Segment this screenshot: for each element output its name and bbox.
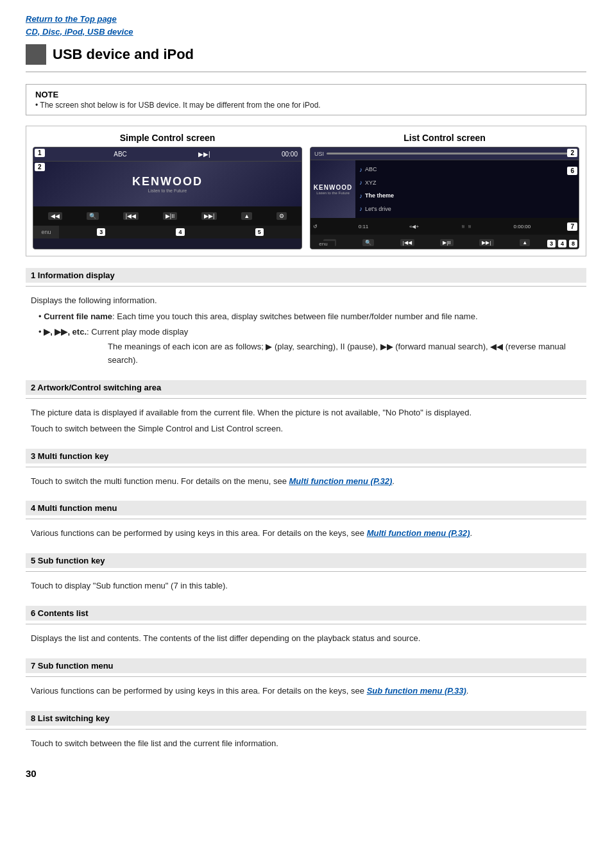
section-link[interactable]: Sub function menu (P.33) [367,686,466,696]
music-icon-3: ♪ [359,192,362,199]
section-num-5: 5 [31,556,35,565]
badge-8-list: 8 [569,240,577,247]
lcs-source: USI [314,151,324,157]
section-header-1: 1 Information display [26,268,586,283]
ctrl-eject[interactable]: ▲ [241,212,252,220]
section-link[interactable]: Multi function menu (P.32) [289,476,393,486]
brand-tagline: Listen to the Future [132,188,203,193]
lcs-brand: KENWOOD [314,184,352,191]
lcs-sub-controls: ↺ 0:11 «◀+ ◾◾ 0:00:00 ✕ [310,218,579,235]
section-text-link: Various functions can be performed by us… [31,685,581,698]
lcs-list-area: ♪ ABC ♪ XYZ ♪ The theme ♪ Let's drive [355,160,579,218]
scs-bottom-nums: 3 4 5 [59,226,302,238]
badge-3-list: 3 [547,240,556,247]
list-item-text-abc: ABC [365,166,377,172]
section-num-1: 1 [31,271,35,280]
list-item-drive: ♪ Let's drive [359,204,575,213]
lcs-content: KENWOOD Listen to the Future ♪ ABC ♪ XYZ… [310,160,579,218]
breadcrumb: Return to the Top page CD, Disc, iPod, U… [26,13,586,38]
badge-3: 3 [97,228,105,236]
section-sub: The meanings of each icon are as follows… [108,340,581,367]
list-screen-image: 2 6 USI KENWOOD Listen to the Future ♪ A… [310,147,579,249]
note-title: NOTE [35,90,577,99]
section-1: 1 Information displayDisplays the follow… [26,268,586,372]
list-item-xyz: ♪ XYZ [359,178,575,187]
simple-screen-image: 1 ▶ ABC ▶▶| 00:00 2 KENWOOD Listen to th… [33,147,302,249]
music-icon-4: ♪ [359,205,362,212]
bullet-bold: Current file name [44,312,112,321]
list-screen-label: List Control screen [310,133,579,143]
section-5: 5 Sub function keyTouch to display "Sub … [26,553,586,598]
section-text-link: Touch to switch the multi function menu.… [31,475,581,488]
scs-controls-bar: ◀◀ 🔍 |◀◀ ▶|II ▶▶| ▲ ⚙ [33,206,302,226]
note-text: • The screen shot below is for USB devic… [35,101,577,110]
scs-artwork: KENWOOD Listen to the Future [33,162,302,206]
lcs-track-dots: ◾◾ [460,224,473,230]
ctrl-search[interactable]: 🔍 [87,212,99,220]
section-num-3: 3 [31,451,35,461]
section-3: 3 Multi function keyTouch to switch the … [26,449,586,494]
lcs-progress-bar [327,153,572,154]
lcs-menu-left: enu [312,241,335,247]
section-text: Touch to switch between the file list an… [31,737,581,751]
section-body-6: Displays the list and contents. The cont… [26,630,586,651]
ctrl-settings[interactable]: ⚙ [276,212,287,220]
section-body-1: Displays the following information.• Cur… [26,292,586,372]
return-top-link[interactable]: Return to the Top page [26,13,586,26]
scs-menu-label: enu [33,226,59,238]
section-num-2: 2 [31,383,35,392]
section-num-8: 8 [31,714,35,723]
title-icon [26,44,46,65]
lcs-bottom-badges: enu 3 4 8 [312,240,577,247]
section-2: 2 Artwork/Control switching areaThe pict… [26,380,586,441]
section-text: The picture data is displayed if availab… [31,406,581,420]
section-body-4: Various functions can be performed by us… [26,524,586,546]
list-badge-6: 6 [567,167,577,175]
brand-name: KENWOOD [132,175,203,188]
badge-4: 4 [176,228,184,236]
badge-5: 5 [255,228,264,236]
section-text: Touch to display "Sub function menu" (7 … [31,580,581,593]
scs-top-bar: ▶ ABC ▶▶| 00:00 [33,147,302,162]
section-num-4: 4 [31,503,35,513]
section-body-8: Touch to switch between the file list an… [26,735,586,756]
lcs-badge-row: 3 4 8 [547,240,577,247]
list-item-abc: ♪ ABC [359,165,575,174]
music-icon-1: ♪ [359,166,362,173]
screens-container: Simple Control screen 1 ▶ ABC ▶▶| 00:00 … [26,126,586,256]
badge-1: 1 [35,149,45,157]
section-header-4: 4 Multi function menu [26,501,586,515]
scs-time: 00:00 [282,151,298,158]
section-text: Displays the list and contents. The cont… [31,632,581,646]
section-bullet: • Current file name: Each time you touch… [38,310,581,324]
lcs-time-end: 0:00:00 [514,224,531,230]
section-text: Touch to switch between the Simple Contr… [31,422,581,436]
cd-disc-link[interactable]: CD, Disc, iPod, USB device [26,26,586,38]
section-header-7: 7 Sub function menu [26,658,586,673]
ctrl-prev[interactable]: |◀◀ [123,212,139,220]
section-body-7: Various functions can be performed by us… [26,682,586,703]
page-number: 30 [26,768,586,779]
list-item-theme: ♪ The theme [359,192,575,200]
simple-screen-label: Simple Control screen [33,133,302,143]
lcs-repeat-icon: ↺ [313,224,318,230]
section-link[interactable]: Multi function menu (P.32) [367,528,470,538]
lcs-skip-back: «◀+ [409,224,419,230]
badge-2-left: 2 [35,163,45,171]
list-badge-2: 2 [567,149,577,157]
section-header-5: 5 Sub function key [26,553,586,568]
ctrl-play-pause[interactable]: ▶|II [163,212,177,220]
section-6: 6 Contents listDisplays the list and con… [26,606,586,651]
section-num-6: 6 [31,608,35,618]
section-7: 7 Sub function menuVarious functions can… [26,658,586,703]
section-header-6: 6 Contents list [26,606,586,621]
section-text-link: Various functions can be performed by us… [31,527,581,540]
page-title-section: USB device and iPod [26,44,586,72]
section-8: 8 List switching keyTouch to switch betw… [26,711,586,756]
ctrl-next[interactable]: ▶▶| [201,212,217,220]
ctrl-prev-prev[interactable]: ◀◀ [48,212,62,220]
list-item-text-drive: Let's drive [365,206,391,212]
lcs-time-display: 0:11 [359,224,369,230]
lcs-top-bar: USI [310,147,579,160]
section-header-8: 8 List switching key [26,711,586,726]
